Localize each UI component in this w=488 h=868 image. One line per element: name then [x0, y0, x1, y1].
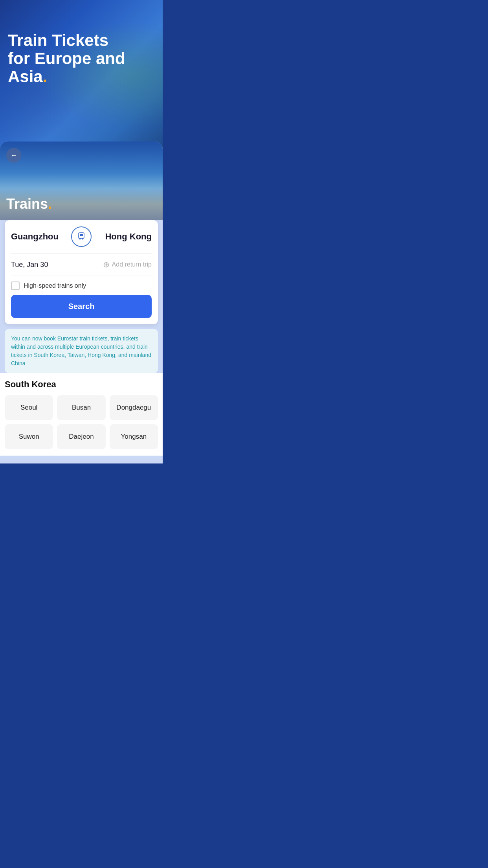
- back-button[interactable]: ←: [6, 148, 21, 163]
- city-grid: Seoul Busan Dongdaegu Suwon Daejeon Yong…: [5, 395, 158, 449]
- card-header: ← Trains.: [0, 142, 163, 220]
- back-icon: ←: [10, 151, 17, 160]
- city-name-yongsan: Yongsan: [121, 433, 147, 440]
- add-return-label: Add return trip: [112, 261, 152, 268]
- city-card-daejeon[interactable]: Daejeon: [57, 424, 105, 449]
- high-speed-label: High-speed trains only: [24, 282, 86, 289]
- city-card-busan[interactable]: Busan: [57, 395, 105, 420]
- city-card-yongsan[interactable]: Yongsan: [110, 424, 158, 449]
- info-banner: You can now book Eurostar train tickets,…: [5, 329, 158, 373]
- add-return-button[interactable]: ⊕ Add return trip: [103, 260, 152, 269]
- train-icon: [77, 231, 86, 243]
- swap-button[interactable]: [71, 226, 92, 247]
- city-card-dongdaegu[interactable]: Dongdaegu: [110, 395, 158, 420]
- hero-section: Train Tickets for Europe and Asia.: [0, 0, 163, 149]
- hero-title-line2: for Europe and Asia: [8, 49, 125, 86]
- city-name-dongdaegu: Dongdaegu: [116, 404, 151, 411]
- svg-rect-1: [80, 234, 83, 236]
- search-form: Guangzhou Hong Kong: [5, 220, 158, 324]
- city-name-daejeon: Daejeon: [69, 433, 94, 440]
- date-row: Tue, Jan 30 ⊕ Add return trip: [11, 254, 152, 276]
- hero-title-line1: Train Tickets: [8, 31, 108, 50]
- high-speed-checkbox[interactable]: [11, 281, 20, 290]
- high-speed-row: High-speed trains only: [11, 276, 152, 293]
- hero-title-dot: .: [43, 67, 48, 86]
- card-title-text: Trains: [6, 196, 48, 212]
- section-title: South Korea: [5, 379, 158, 390]
- destinations-section: South Korea Seoul Busan Dongdaegu Suwon …: [0, 373, 163, 456]
- departure-date[interactable]: Tue, Jan 30: [11, 261, 48, 269]
- hero-title: Train Tickets for Europe and Asia.: [0, 0, 163, 86]
- card-panel: ← Trains. Guangzhou: [0, 142, 163, 463]
- card-title: Trains.: [6, 196, 52, 212]
- city-name-suwon: Suwon: [19, 433, 39, 440]
- city-name-seoul: Seoul: [20, 404, 37, 411]
- card-title-dot: .: [48, 196, 52, 212]
- info-text: You can now book Eurostar train tickets,…: [11, 335, 152, 368]
- origin-station[interactable]: Guangzhou: [11, 232, 71, 242]
- city-card-seoul[interactable]: Seoul: [5, 395, 53, 420]
- add-icon: ⊕: [103, 260, 110, 269]
- destination-station[interactable]: Hong Kong: [92, 232, 152, 242]
- city-name-busan: Busan: [72, 404, 91, 411]
- route-row: Guangzhou Hong Kong: [11, 226, 152, 254]
- city-card-suwon[interactable]: Suwon: [5, 424, 53, 449]
- search-button[interactable]: Search: [11, 295, 152, 318]
